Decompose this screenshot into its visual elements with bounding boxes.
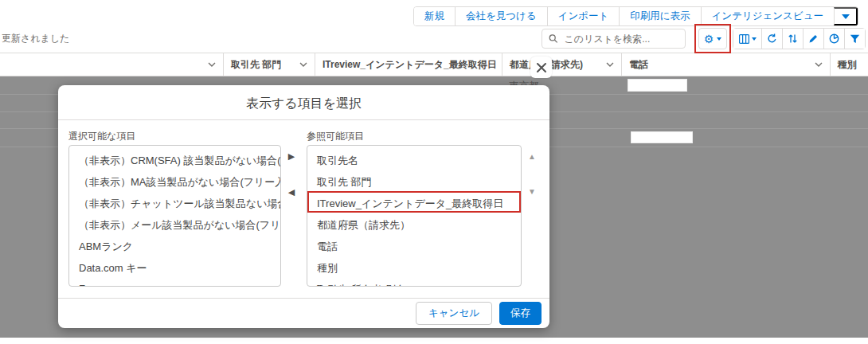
pencil-icon — [808, 33, 819, 44]
move-right-button[interactable]: ▶ — [283, 151, 299, 162]
close-icon — [536, 62, 547, 73]
triangle-right-icon: ▶ — [288, 151, 295, 161]
move-left-button[interactable]: ◀ — [283, 187, 299, 197]
funnel-icon — [850, 34, 860, 44]
search-icon — [549, 33, 558, 44]
chevron-down-icon — [717, 37, 721, 41]
move-up-button[interactable]: ▲ — [525, 152, 539, 161]
intelligence-view-button[interactable]: インテリジェンスビュー — [701, 7, 834, 25]
column-header-phone[interactable]: 電話 — [621, 53, 830, 76]
status-message: 更新されました — [2, 32, 69, 45]
chevron-down-icon — [752, 37, 757, 41]
listbox-item[interactable]: 取引先 所有者(別名) — [307, 277, 521, 287]
gear-icon: ⚙ — [704, 33, 714, 45]
triangle-up-icon: ▲ — [528, 152, 536, 161]
visible-fields-label: 参照可能項目 — [307, 130, 364, 143]
column-header-type[interactable]: 種別 — [830, 53, 868, 76]
cancel-button[interactable]: キャンセル — [416, 302, 492, 325]
listbox-item[interactable]: 電話 — [307, 234, 521, 256]
available-fields-label: 選択可能な項目 — [68, 130, 135, 143]
listbox-item[interactable]: （非表示）CRM(SFA) 該当製品がない場合(フリー入力) — [69, 148, 280, 170]
import-button[interactable]: インポート — [547, 7, 620, 25]
sort-button[interactable] — [782, 29, 803, 49]
inline-edit-button[interactable] — [803, 29, 823, 49]
charts-button[interactable] — [823, 29, 844, 49]
listbox-item[interactable]: ITreview_インテントデータ_最終取得日 — [307, 191, 521, 213]
listbox-item[interactable]: Fax — [69, 277, 280, 287]
table-columns-icon — [739, 34, 749, 44]
save-button[interactable]: 保存 — [499, 302, 542, 325]
more-actions-button[interactable] — [834, 7, 858, 25]
column-header-billing-prefecture[interactable]: 都道府県(請求先) — [502, 53, 621, 76]
listbox-item[interactable]: 都道府県（請求先） — [307, 213, 521, 234]
visible-fields-listbox[interactable]: 取引先名取引先 部門ITreview_インテントデータ_最終取得日都道府県（請求… — [307, 145, 522, 287]
chevron-down-icon[interactable] — [208, 62, 216, 67]
chevron-down-icon[interactable] — [815, 62, 823, 67]
listbox-item[interactable]: （非表示）メール該当製品がない場合(フリー入力) — [69, 213, 280, 234]
list-action-button-group: 新規 会社を見つける インポート 印刷用に表示 インテリジェンスビュー — [413, 6, 858, 26]
redaction-box — [631, 131, 693, 143]
modal-title: 表示する項目を選択 — [58, 85, 549, 119]
display-format-button[interactable] — [733, 29, 761, 49]
move-down-button[interactable]: ▼ — [525, 187, 539, 196]
listbox-item[interactable]: Data.com キー — [69, 256, 280, 277]
list-view-icon-button-group — [733, 28, 866, 49]
available-fields-listbox[interactable]: （非表示）CRM(SFA) 該当製品がない場合(フリー入力)（非表示）MA該当製… — [68, 145, 281, 287]
triangle-left-icon: ◀ — [288, 187, 295, 197]
triangle-down-icon: ▼ — [528, 187, 536, 196]
screenshot-root: 更新されました 新規 会社を見つける インポート 印刷用に表示 インテリジェンス… — [0, 0, 868, 344]
search-input[interactable] — [563, 33, 678, 45]
listbox-item[interactable]: ABMランク — [69, 234, 280, 256]
column-header-itreview-intent-date[interactable]: ITreview_インテントデータ_最終取得日 — [315, 53, 502, 76]
new-button[interactable]: 新規 — [414, 7, 455, 25]
sort-arrows-icon — [788, 33, 798, 44]
divider — [58, 119, 549, 120]
listbox-item[interactable]: （非表示）チャットツール該当製品ない場合(フリー入... — [69, 191, 280, 213]
chevron-down-icon — [842, 14, 850, 19]
column-header-account-name[interactable] — [0, 53, 223, 76]
redaction-box — [628, 79, 687, 92]
select-fields-modal: 表示する項目を選択 選択可能な項目 参照可能項目 （非表示）CRM(SFA) 該… — [58, 85, 549, 328]
chart-pie-icon — [829, 33, 839, 44]
chevron-down-icon[interactable] — [299, 62, 307, 67]
chevron-down-icon[interactable] — [606, 62, 614, 67]
list-settings-gear-button[interactable]: ⚙ — [698, 28, 727, 49]
refresh-button[interactable] — [761, 29, 782, 49]
find-company-button[interactable]: 会社を見つける — [455, 7, 547, 25]
listbox-item[interactable]: 取引先 部門 — [307, 170, 521, 191]
listbox-item[interactable]: （非表示）MA該当製品がない場合(フリー入力) — [69, 170, 280, 191]
listbox-item[interactable]: 取引先名 — [307, 148, 521, 170]
filter-button[interactable] — [844, 29, 865, 49]
modal-footer: キャンセル 保存 — [58, 298, 549, 328]
list-search-box — [542, 29, 686, 49]
table-header-row: 取引先 部門 ITreview_インテントデータ_最終取得日 都道府県(請求先)… — [0, 53, 868, 76]
printable-view-button[interactable]: 印刷用に表示 — [619, 7, 700, 25]
listbox-item[interactable]: 種別 — [307, 256, 521, 277]
column-header-department[interactable]: 取引先 部門 — [223, 53, 315, 76]
modal-close-button[interactable] — [530, 57, 552, 78]
refresh-icon — [767, 33, 777, 44]
